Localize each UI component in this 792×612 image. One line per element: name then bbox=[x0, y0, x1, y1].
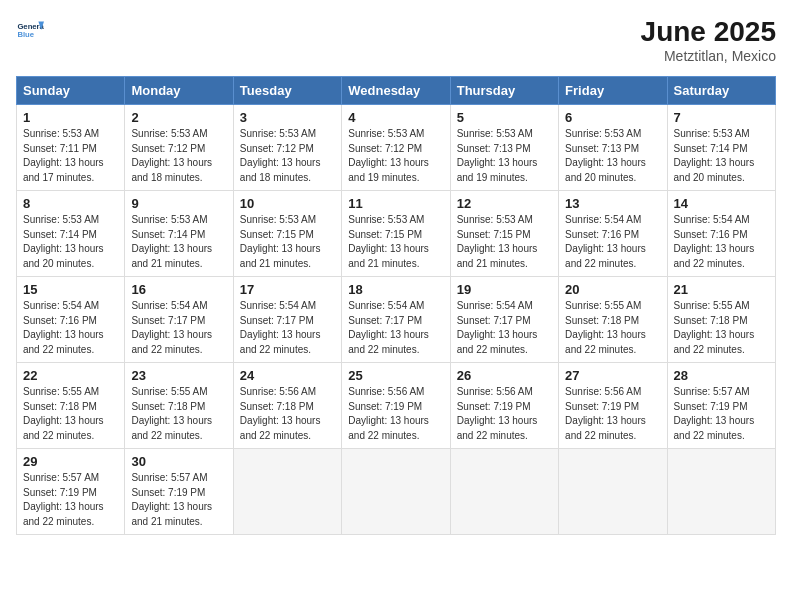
week-row-5: 29 Sunrise: 5:57 AMSunset: 7:19 PMDaylig… bbox=[17, 449, 776, 535]
calendar-header-row: Sunday Monday Tuesday Wednesday Thursday… bbox=[17, 77, 776, 105]
location-subtitle: Metztitlan, Mexico bbox=[641, 48, 776, 64]
day-11: 11 Sunrise: 5:53 AMSunset: 7:15 PMDaylig… bbox=[342, 191, 450, 277]
logo-icon: General Blue bbox=[16, 16, 44, 44]
page-header: General Blue June 2025 Metztitlan, Mexic… bbox=[16, 16, 776, 64]
week-row-4: 22 Sunrise: 5:55 AMSunset: 7:18 PMDaylig… bbox=[17, 363, 776, 449]
col-wednesday: Wednesday bbox=[342, 77, 450, 105]
day-29: 29 Sunrise: 5:57 AMSunset: 7:19 PMDaylig… bbox=[17, 449, 125, 535]
day-5: 5 Sunrise: 5:53 AMSunset: 7:13 PMDayligh… bbox=[450, 105, 558, 191]
day-21: 21 Sunrise: 5:55 AMSunset: 7:18 PMDaylig… bbox=[667, 277, 775, 363]
day-27: 27 Sunrise: 5:56 AMSunset: 7:19 PMDaylig… bbox=[559, 363, 667, 449]
calendar-table: Sunday Monday Tuesday Wednesday Thursday… bbox=[16, 76, 776, 535]
col-monday: Monday bbox=[125, 77, 233, 105]
col-tuesday: Tuesday bbox=[233, 77, 341, 105]
week-row-3: 15 Sunrise: 5:54 AMSunset: 7:16 PMDaylig… bbox=[17, 277, 776, 363]
day-30: 30 Sunrise: 5:57 AMSunset: 7:19 PMDaylig… bbox=[125, 449, 233, 535]
empty-cell-3 bbox=[450, 449, 558, 535]
day-15: 15 Sunrise: 5:54 AMSunset: 7:16 PMDaylig… bbox=[17, 277, 125, 363]
svg-text:Blue: Blue bbox=[17, 30, 34, 39]
day-18: 18 Sunrise: 5:54 AMSunset: 7:17 PMDaylig… bbox=[342, 277, 450, 363]
day-17: 17 Sunrise: 5:54 AMSunset: 7:17 PMDaylig… bbox=[233, 277, 341, 363]
empty-cell-4 bbox=[559, 449, 667, 535]
month-title: June 2025 bbox=[641, 16, 776, 48]
logo: General Blue bbox=[16, 16, 44, 44]
day-1: 1 Sunrise: 5:53 AMSunset: 7:11 PMDayligh… bbox=[17, 105, 125, 191]
day-28: 28 Sunrise: 5:57 AMSunset: 7:19 PMDaylig… bbox=[667, 363, 775, 449]
title-area: June 2025 Metztitlan, Mexico bbox=[641, 16, 776, 64]
col-thursday: Thursday bbox=[450, 77, 558, 105]
day-6: 6 Sunrise: 5:53 AMSunset: 7:13 PMDayligh… bbox=[559, 105, 667, 191]
week-row-1: 1 Sunrise: 5:53 AMSunset: 7:11 PMDayligh… bbox=[17, 105, 776, 191]
day-26: 26 Sunrise: 5:56 AMSunset: 7:19 PMDaylig… bbox=[450, 363, 558, 449]
col-friday: Friday bbox=[559, 77, 667, 105]
empty-cell-1 bbox=[233, 449, 341, 535]
day-12: 12 Sunrise: 5:53 AMSunset: 7:15 PMDaylig… bbox=[450, 191, 558, 277]
day-25: 25 Sunrise: 5:56 AMSunset: 7:19 PMDaylig… bbox=[342, 363, 450, 449]
day-8: 8 Sunrise: 5:53 AMSunset: 7:14 PMDayligh… bbox=[17, 191, 125, 277]
day-14: 14 Sunrise: 5:54 AMSunset: 7:16 PMDaylig… bbox=[667, 191, 775, 277]
empty-cell-5 bbox=[667, 449, 775, 535]
day-10: 10 Sunrise: 5:53 AMSunset: 7:15 PMDaylig… bbox=[233, 191, 341, 277]
day-2: 2 Sunrise: 5:53 AMSunset: 7:12 PMDayligh… bbox=[125, 105, 233, 191]
day-4: 4 Sunrise: 5:53 AMSunset: 7:12 PMDayligh… bbox=[342, 105, 450, 191]
day-7: 7 Sunrise: 5:53 AMSunset: 7:14 PMDayligh… bbox=[667, 105, 775, 191]
day-23: 23 Sunrise: 5:55 AMSunset: 7:18 PMDaylig… bbox=[125, 363, 233, 449]
col-saturday: Saturday bbox=[667, 77, 775, 105]
day-3: 3 Sunrise: 5:53 AMSunset: 7:12 PMDayligh… bbox=[233, 105, 341, 191]
week-row-2: 8 Sunrise: 5:53 AMSunset: 7:14 PMDayligh… bbox=[17, 191, 776, 277]
day-20: 20 Sunrise: 5:55 AMSunset: 7:18 PMDaylig… bbox=[559, 277, 667, 363]
day-19: 19 Sunrise: 5:54 AMSunset: 7:17 PMDaylig… bbox=[450, 277, 558, 363]
col-sunday: Sunday bbox=[17, 77, 125, 105]
day-22: 22 Sunrise: 5:55 AMSunset: 7:18 PMDaylig… bbox=[17, 363, 125, 449]
empty-cell-2 bbox=[342, 449, 450, 535]
day-24: 24 Sunrise: 5:56 AMSunset: 7:18 PMDaylig… bbox=[233, 363, 341, 449]
day-9: 9 Sunrise: 5:53 AMSunset: 7:14 PMDayligh… bbox=[125, 191, 233, 277]
day-16: 16 Sunrise: 5:54 AMSunset: 7:17 PMDaylig… bbox=[125, 277, 233, 363]
day-13: 13 Sunrise: 5:54 AMSunset: 7:16 PMDaylig… bbox=[559, 191, 667, 277]
